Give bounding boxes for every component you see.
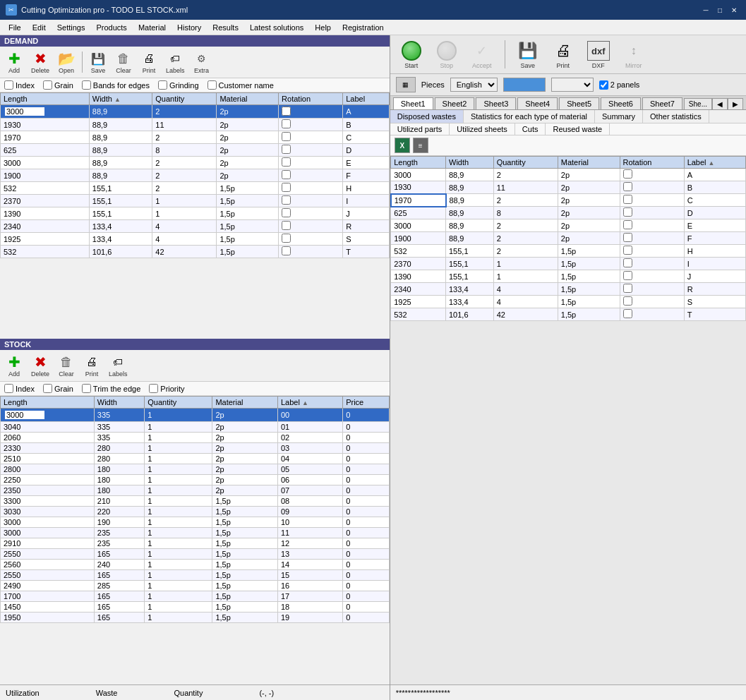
right-col-rotation[interactable]: Rotation xyxy=(620,157,684,169)
stock-trim-input[interactable] xyxy=(82,384,91,393)
export-csv-button[interactable]: ≡ xyxy=(413,138,428,153)
stock-add-button[interactable]: ✚ Add xyxy=(3,352,25,379)
stock-table-row[interactable]: 2560 240 1 1,5p 14 0 xyxy=(1,560,390,570)
demand-grain-checkbox[interactable]: Grain xyxy=(43,80,73,90)
right-print-button[interactable]: 🖨 Print xyxy=(548,38,579,71)
right-cell-rotation[interactable] xyxy=(620,245,684,258)
right-rotation-input[interactable] xyxy=(623,195,632,204)
right-cell-length[interactable]: 1970 xyxy=(391,194,446,207)
demand-rotation-input[interactable] xyxy=(282,132,291,141)
stock-table-row[interactable]: 2800 180 1 2p 05 0 xyxy=(1,464,390,475)
demand-table-row[interactable]: 1930 88,9 11 2p B xyxy=(1,119,390,131)
demand-table-row[interactable]: 88,9 2 2p A xyxy=(1,105,390,119)
demand-cell-rotation[interactable] xyxy=(279,157,343,169)
right-table-row[interactable]: 1930 88,9 11 2p B xyxy=(391,181,746,194)
right-cell-rotation[interactable] xyxy=(620,283,684,296)
stock-table-row[interactable]: 2550 165 1 1,5p 15 0 xyxy=(1,570,390,581)
right-cell-rotation[interactable] xyxy=(620,219,684,232)
demand-rotation-input[interactable] xyxy=(282,119,291,128)
demand-table-container[interactable]: Length Width ▲ Quantity Material Rotatio… xyxy=(0,92,390,339)
result-tab-other[interactable]: Other statistics xyxy=(643,110,709,123)
demand-index-input[interactable] xyxy=(4,80,13,90)
stock-col-price[interactable]: Price xyxy=(343,397,390,409)
stock-priority-checkbox[interactable]: Priority xyxy=(149,384,184,393)
demand-col-label[interactable]: Label xyxy=(343,93,390,105)
right-rotation-input[interactable] xyxy=(623,296,632,306)
demand-col-rotation[interactable]: Rotation xyxy=(279,93,343,105)
stock-table-row[interactable]: 1950 165 1 1,5p 19 0 xyxy=(1,612,390,623)
demand-table-row[interactable]: 3000 88,9 2 2p E xyxy=(1,157,390,169)
right-col-quantity[interactable]: Quantity xyxy=(493,157,558,169)
demand-rotation-input[interactable] xyxy=(282,183,291,192)
demand-cell-rotation[interactable] xyxy=(279,105,343,119)
right-table-container[interactable]: Length Width Quantity Material Rotation … xyxy=(390,156,746,684)
sheet-tab-1[interactable]: Sheet1 xyxy=(393,97,433,109)
stock-table-row[interactable]: 2350 180 1 2p 07 0 xyxy=(1,485,390,496)
stock-table-row[interactable]: 2550 165 1 1,5p 13 0 xyxy=(1,549,390,560)
demand-col-length[interactable]: Length xyxy=(1,93,90,105)
stock-col-width[interactable]: Width xyxy=(94,397,144,409)
stock-table-row[interactable]: 2490 285 1 1,5p 16 0 xyxy=(1,581,390,591)
stock-index-checkbox[interactable]: Index xyxy=(4,384,35,393)
stock-clear-button[interactable]: 🗑 Clear xyxy=(55,352,78,379)
dxf-button[interactable]: dxf DXF xyxy=(583,38,614,71)
stock-priority-input[interactable] xyxy=(149,384,158,393)
demand-customer-checkbox[interactable]: Customer name xyxy=(207,80,274,90)
stock-table-row[interactable]: 335 1 2p 00 0 xyxy=(1,409,390,422)
demand-col-quantity[interactable]: Quantity xyxy=(152,93,217,105)
stock-col-length[interactable]: Length xyxy=(1,397,95,409)
right-table-row[interactable]: 1900 88,9 2 2p F xyxy=(391,232,746,245)
result-tab-cuts[interactable]: Cuts xyxy=(515,123,546,135)
demand-save-button[interactable]: 💾 Save xyxy=(87,49,109,76)
demand-table-row[interactable]: 1900 88,9 2 2p F xyxy=(1,169,390,182)
demand-col-width[interactable]: Width ▲ xyxy=(89,93,152,105)
sheet-tab-7[interactable]: Sheet7 xyxy=(642,97,682,109)
stock-col-quantity[interactable]: Quantity xyxy=(145,397,212,409)
result-tab-sheets[interactable]: Utilized sheets xyxy=(450,123,515,135)
right-save-button[interactable]: 💾 Save xyxy=(512,38,543,71)
demand-cell-length[interactable] xyxy=(1,105,90,119)
right-table-row[interactable]: 532 101,6 42 1,5p T xyxy=(391,308,746,321)
stock-table-row[interactable]: 2510 280 1 2p 04 0 xyxy=(1,454,390,464)
demand-cell-rotation[interactable] xyxy=(279,144,343,157)
right-rotation-input[interactable] xyxy=(623,207,632,217)
accept-button[interactable]: ✓ Accept xyxy=(467,38,498,71)
color-selector[interactable] xyxy=(503,78,546,92)
sheet-tab-3[interactable]: Sheet3 xyxy=(476,97,516,109)
right-table-row[interactable]: 625 88,9 8 2p D xyxy=(391,207,746,219)
menu-products[interactable]: Products xyxy=(90,22,132,33)
result-tab-statistics[interactable]: Statistics for each type of material xyxy=(464,110,595,123)
export-excel-button[interactable]: X xyxy=(395,138,410,153)
stock-table-row[interactable]: 2250 180 1 2p 06 0 xyxy=(1,475,390,485)
demand-open-button[interactable]: 📂 Open xyxy=(55,49,78,76)
right-rotation-input[interactable] xyxy=(623,220,632,229)
close-button[interactable]: ✕ xyxy=(728,4,740,16)
sheet-tab-6[interactable]: Sheet6 xyxy=(601,97,641,109)
right-cell-rotation[interactable] xyxy=(620,232,684,245)
mirror-button[interactable]: ↕ Mirror xyxy=(618,38,649,71)
right-table-row[interactable]: 2340 133,4 4 1,5p R xyxy=(391,283,746,296)
right-rotation-input[interactable] xyxy=(623,258,632,267)
demand-table-row[interactable]: 1970 88,9 2 2p C xyxy=(1,131,390,144)
language-select[interactable]: English xyxy=(450,78,498,92)
demand-grinding-input[interactable] xyxy=(158,80,167,90)
stop-button[interactable]: Stop xyxy=(431,38,462,71)
stock-index-input[interactable] xyxy=(4,384,13,393)
demand-col-material[interactable]: Material xyxy=(217,93,279,105)
result-tab-utilized[interactable]: Utilized parts xyxy=(390,123,450,135)
two-panels-input[interactable] xyxy=(599,80,608,90)
right-cell-rotation[interactable] xyxy=(620,270,684,283)
demand-rotation-input[interactable] xyxy=(282,195,291,205)
right-rotation-input[interactable] xyxy=(623,284,632,293)
demand-cell-rotation[interactable] xyxy=(279,169,343,182)
right-col-width[interactable]: Width xyxy=(446,157,494,169)
stock-grain-checkbox[interactable]: Grain xyxy=(43,384,73,393)
right-rotation-input[interactable] xyxy=(623,246,632,255)
stock-table-row[interactable]: 2060 335 1 2p 02 0 xyxy=(1,433,390,443)
right-cell-rotation[interactable] xyxy=(620,296,684,308)
demand-cell-rotation[interactable] xyxy=(279,195,343,207)
demand-extra-button[interactable]: ⚙ Extra xyxy=(191,49,213,76)
demand-table-row[interactable]: 625 88,9 8 2p D xyxy=(1,144,390,157)
sheet-tab-next[interactable]: ▶ xyxy=(728,98,743,109)
demand-table-row[interactable]: 532 101,6 42 1,5p T xyxy=(1,246,390,258)
